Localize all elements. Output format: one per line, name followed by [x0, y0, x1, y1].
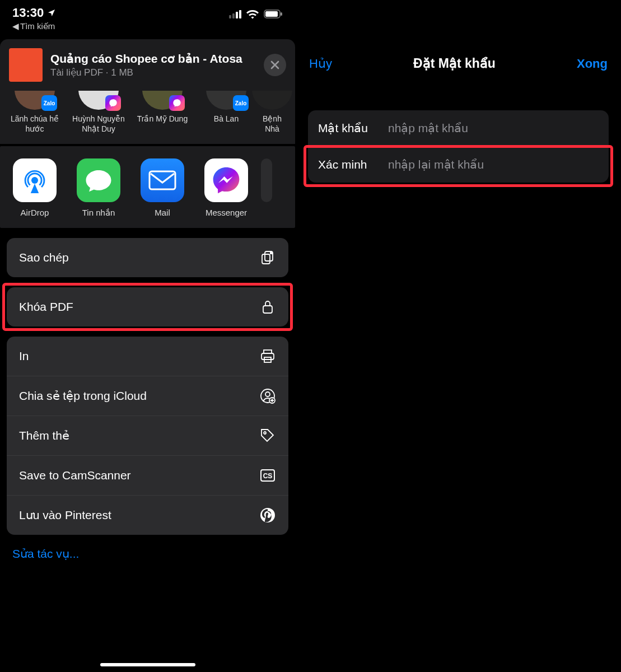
contact-item[interactable]: Zalo Bà Lan [197, 94, 255, 134]
apps-row: AirDrop Tin nhắn Mail Messenger [0, 146, 295, 228]
verify-field-row: Xác minh [308, 146, 609, 183]
app-label: Tin nhắn [82, 208, 115, 218]
action-label: In [19, 349, 29, 363]
app-label: AirDrop [21, 208, 49, 217]
action-label: Thêm thẻ [19, 429, 69, 442]
svg-text:CS: CS [263, 472, 273, 480]
password-input[interactable] [388, 122, 599, 135]
home-indicator[interactable] [100, 663, 195, 666]
action-label: Lưu vào Pinterest [19, 508, 111, 522]
app-label: Mail [155, 208, 170, 217]
app-messages[interactable]: Tin nhắn [69, 158, 128, 218]
contact-item[interactable]: Huỳnh Nguyễn Nhật Duy [69, 94, 128, 134]
set-password-screen: Hủy Đặt Mật khẩu Xong Mật khẩu Xác minh [296, 0, 621, 672]
password-form: Mật khẩu Xác minh [308, 110, 609, 183]
document-title: Quảng cáo Shopee cơ bản - Atosa [50, 52, 256, 66]
app-more[interactable] [261, 158, 272, 218]
document-header: Quảng cáo Shopee cơ bản - Atosa Tài liệu… [0, 39, 295, 91]
zalo-badge-icon: Zalo [233, 95, 249, 111]
verify-label: Xác minh [318, 158, 388, 171]
svg-rect-2 [281, 12, 282, 16]
svg-rect-4 [150, 171, 175, 189]
close-button[interactable] [264, 54, 286, 76]
airdrop-icon [13, 158, 57, 202]
contact-name: Huỳnh Nguyễn Nhật Duy [69, 114, 128, 134]
messenger-icon [204, 158, 248, 202]
back-to-app[interactable]: ◀ Tìm kiếm [12, 21, 55, 31]
action-save-camscanner[interactable]: Save to CamScanner CS [7, 455, 288, 495]
cancel-button[interactable]: Hủy [309, 57, 332, 71]
camscanner-icon: CS [259, 467, 276, 484]
messenger-badge-icon [169, 95, 185, 111]
action-copy[interactable]: Sao chép [7, 238, 288, 277]
password-field-row: Mật khẩu [308, 110, 609, 146]
status-time: 13:30 [12, 6, 44, 20]
document-subtitle: Tài liệu PDF · 1 MB [50, 67, 256, 78]
close-icon [270, 60, 280, 70]
copy-icon [259, 249, 276, 266]
contacts-row: Zalo Lãnh chúa hề hước Huỳnh Nguyễn Nhật… [0, 91, 295, 144]
wifi-icon [246, 9, 259, 19]
app-mail[interactable]: Mail [133, 158, 192, 218]
password-label: Mật khẩu [318, 122, 388, 135]
svg-rect-7 [263, 306, 272, 313]
contact-item[interactable]: Trần Mỹ Dung [133, 94, 192, 134]
action-label: Chia sẻ tệp trong iCloud [19, 389, 147, 403]
status-bar: 13:30 ◀ Tìm kiếm [0, 0, 295, 34]
verify-input[interactable] [388, 158, 599, 171]
contact-item[interactable]: Zalo Lãnh chúa hề hước [6, 94, 64, 134]
app-airdrop[interactable]: AirDrop [6, 158, 64, 218]
contact-name: Trần Mỹ Dung [137, 114, 188, 133]
action-group-more: In Chia sẻ tệp trong iCloud Thêm thẻ Sav… [7, 337, 288, 535]
action-label: Sao chép [19, 251, 69, 264]
person-add-icon [259, 388, 276, 404]
contact-name: Lãnh chúa hề hước [6, 114, 64, 134]
done-button[interactable]: Xong [577, 57, 608, 71]
contact-name: Bà Lan [214, 114, 239, 133]
action-lock-pdf[interactable]: Khóa PDF [7, 287, 288, 326]
back-to-app-label: Tìm kiếm [20, 21, 55, 31]
cell-signal-icon [229, 10, 241, 18]
action-icloud-share[interactable]: Chia sẻ tệp trong iCloud [7, 376, 288, 416]
contact-name: Bệnh Nhà [261, 114, 283, 134]
app-label: Messenger [206, 208, 247, 217]
svg-point-12 [265, 392, 270, 396]
document-thumbnail [9, 48, 43, 82]
action-group-lock: Khóa PDF [7, 287, 288, 326]
svg-rect-1 [265, 11, 278, 17]
lock-icon [259, 298, 276, 315]
svg-rect-8 [264, 350, 272, 353]
messages-icon [77, 158, 120, 202]
app-messenger[interactable]: Messenger [197, 158, 255, 218]
svg-rect-6 [262, 254, 270, 264]
svg-rect-9 [262, 353, 274, 360]
nav-bar: Hủy Đặt Mật khẩu Xong [296, 0, 621, 71]
action-label: Khóa PDF [19, 300, 73, 314]
messenger-badge-icon [105, 95, 121, 111]
tag-icon [259, 427, 276, 444]
battery-icon [264, 10, 283, 18]
pinterest-icon [259, 507, 276, 524]
contact-item[interactable]: Bệnh Nhà [261, 94, 283, 134]
action-group-copy: Sao chép [7, 238, 288, 277]
zalo-badge-icon: Zalo [41, 95, 57, 111]
location-icon [47, 8, 56, 17]
nav-title: Đặt Mật khẩu [413, 56, 496, 71]
action-save-pinterest[interactable]: Lưu vào Pinterest [7, 495, 288, 535]
svg-point-14 [264, 432, 266, 434]
action-print[interactable]: In [7, 337, 288, 376]
share-sheet-screen: 13:30 ◀ Tìm kiếm Quảng cáo Shopee cơ bản… [0, 0, 296, 672]
svg-point-3 [31, 177, 38, 184]
print-icon [259, 348, 276, 365]
action-label: Save to CamScanner [19, 469, 131, 482]
more-icon [261, 158, 272, 202]
edit-actions-link[interactable]: Sửa tác vụ... [0, 535, 295, 573]
action-add-tag[interactable]: Thêm thẻ [7, 416, 288, 455]
mail-icon [141, 158, 184, 202]
